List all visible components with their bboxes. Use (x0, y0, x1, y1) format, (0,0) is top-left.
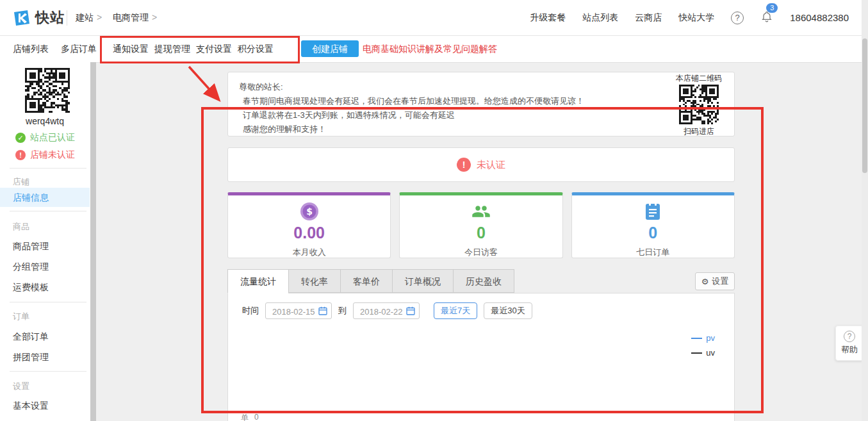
unverified-label: 未认证 (477, 159, 505, 171)
subnav-payment-settings[interactable]: 支付设置 (196, 44, 232, 55)
shop-unverified-status: ! 店铺未认证 (15, 149, 75, 161)
check-circle-icon: ✓ (15, 133, 26, 143)
top-header: 快站 建站> 电商管理> 升级套餐 站点列表 云商店 快站大学 ? 3 1860… (0, 0, 868, 36)
stat-cards: $ 0.00 本月收入 0 今日访客 0 七日订单 (227, 192, 735, 258)
traffic-stats-panel: 时间 到 最近7天 最近 (227, 293, 735, 421)
legend-pv[interactable]: pv (691, 333, 715, 343)
tab-conversion-rate[interactable]: 转化率 (288, 269, 340, 293)
tab-avg-order-value[interactable]: 客单价 (340, 269, 392, 293)
sidebar-scrollbar[interactable] (90, 62, 96, 421)
chevron-right-icon: > (152, 12, 157, 22)
date-from-field[interactable] (265, 302, 332, 319)
gear-icon: ⚙ (701, 277, 709, 286)
last-7-days-button[interactable]: 最近7天 (434, 302, 477, 319)
help-icon[interactable]: ? (731, 12, 744, 24)
exclamation-circle-icon: ! (15, 150, 26, 160)
calendar-icon[interactable] (318, 306, 327, 315)
notice-line: 订单退款将在1-3天内到账，如遇特殊情况，可能会有延迟 (239, 109, 657, 121)
sidebar-item-group-mgmt[interactable]: 分组管理 (0, 257, 90, 276)
sidebar-divider (10, 371, 86, 372)
ecommerce-admin-page: 快站 建站> 电商管理> 升级套餐 站点列表 云商店 快站大学 ? 3 1860… (0, 0, 868, 421)
tab-history-revenue[interactable]: 历史盈收 (453, 269, 514, 293)
svg-text:$: $ (306, 206, 313, 217)
shop-subnav: 店铺列表 多店订单 通知设置 提现管理 支付设置 积分设置 创建店铺 电商基础知… (0, 36, 868, 63)
time-label: 时间 (242, 305, 259, 317)
notice-line: 感谢您的理解和支持！ (239, 123, 657, 135)
tab-order-overview[interactable]: 订单概况 (392, 269, 453, 293)
date-to-field[interactable] (353, 302, 420, 319)
sidebar-divider (10, 211, 86, 211)
date-to-input[interactable] (359, 303, 407, 320)
subnav-points-settings[interactable]: 积分设置 (238, 44, 274, 55)
qr-bottom-label: 扫码进店 (664, 126, 733, 137)
sidebar-item-all-orders[interactable]: 全部订单 (0, 327, 90, 346)
sidebar-item-product-mgmt[interactable]: 商品管理 (0, 236, 90, 256)
sidebar-section-products: 商品 (13, 221, 29, 233)
create-shop-button[interactable]: 创建店铺 (301, 40, 359, 57)
exclamation-circle-icon: ! (457, 158, 471, 172)
notification-badge: 3 (766, 3, 778, 13)
y-axis-tick-zero: 0 (254, 413, 259, 421)
menu-upgrade-plan[interactable]: 升级套餐 (530, 12, 566, 24)
subnav-withdraw-settings[interactable]: 提现管理 (154, 44, 190, 55)
legend-uv[interactable]: uv (691, 348, 715, 358)
annotation-arrow (176, 59, 234, 117)
shop-qr-panel: 本店铺二维码 扫码进店 (664, 73, 733, 135)
notice-line: 尊敬的站长: (239, 81, 657, 93)
date-filter: 时间 到 最近7天 最近 (242, 302, 532, 319)
shop-id-label: werq4wtq (0, 116, 90, 126)
sidebar-item-shipping-template[interactable]: 运费模板 (0, 277, 90, 297)
subnav-shop-list[interactable]: 店铺列表 (13, 44, 49, 55)
ecommerce-faq-link[interactable]: 电商基础知识讲解及常见问题解答 (363, 44, 497, 55)
sidebar-item-basic-settings[interactable]: 基本设置 (0, 396, 90, 415)
subnav-multi-orders[interactable]: 多店订单 (61, 44, 97, 55)
kuaizhan-logo-icon (13, 9, 31, 27)
question-icon: ? (844, 331, 855, 342)
menu-site-list[interactable]: 站点列表 (582, 12, 618, 24)
sidebar-divider (10, 302, 86, 302)
chart-settings-button[interactable]: ⚙ 设置 (695, 272, 735, 290)
week-orders-value: 0 (572, 224, 734, 242)
sidebar-divider (10, 168, 86, 169)
help-label: 帮助 (841, 344, 858, 356)
shop-qr-code (25, 68, 70, 113)
page-scrollbar-thumb[interactable] (862, 38, 867, 173)
header-right-menu: 升级套餐 站点列表 云商店 快站大学 ? 3 18604882380 (530, 0, 849, 35)
page-scrollbar (862, 0, 868, 421)
y-axis-partial: 单 0 (241, 413, 259, 421)
shop-entry-qr-code (679, 85, 719, 124)
verification-status-card: ! 未认证 (227, 147, 735, 182)
sidebar-item-group-buying[interactable]: 拼团管理 (0, 347, 90, 367)
week-orders-label: 七日订单 (572, 247, 734, 258)
menu-cloud-shop[interactable]: 云商店 (635, 12, 662, 24)
tab-traffic-stats[interactable]: 流量统计 (227, 269, 288, 293)
sidebar: werq4wtq ✓ 站点已认证 ! 店铺未认证 店铺 店铺信息 商品 商品管理… (0, 62, 96, 421)
monthly-income-label: 本月收入 (228, 247, 390, 258)
kuaizhan-logo[interactable]: 快站 (13, 8, 65, 28)
to-label: 到 (338, 305, 347, 317)
today-visitors-label: 今日访客 (400, 247, 562, 258)
y-axis-unit: 单 (241, 413, 249, 421)
subnav-notify-settings[interactable]: 通知设置 (113, 44, 149, 55)
site-verified-status: ✓ 站点已认证 (15, 132, 75, 144)
week-orders-card: 0 七日订单 (571, 192, 735, 258)
sidebar-section-orders: 订单 (13, 311, 29, 322)
breadcrumb-ecommerce[interactable]: 电商管理> (113, 12, 157, 24)
today-visitors-value: 0 (400, 224, 562, 242)
calendar-icon[interactable] (406, 306, 415, 315)
last-30-days-button[interactable]: 最近30天 (484, 302, 532, 319)
help-float-button[interactable]: ? 帮助 (835, 326, 864, 361)
holiday-notice-card: 尊敬的站长: 春节期间电商提现处理会有延迟，我们会在春节后加速处理提现。给您造成… (227, 72, 735, 136)
analytics-tabs: 流量统计 转化率 客单价 订单概况 历史盈收 (227, 269, 514, 293)
sidebar-item-shop-info[interactable]: 店铺信息 (0, 188, 90, 207)
pv-line-swatch (691, 338, 702, 339)
account-phone[interactable]: 18604882380 (790, 12, 849, 23)
menu-kuaizhan-university[interactable]: 快站大学 (678, 12, 714, 24)
notification-bell[interactable]: 3 (760, 10, 773, 25)
header-divider (67, 10, 67, 26)
notice-line: 春节期间电商提现处理会有延迟，我们会在春节后加速处理提现。给您造成的不便敬请见谅… (239, 95, 657, 107)
orders-icon (644, 202, 661, 221)
logo-text: 快站 (35, 8, 65, 28)
date-from-input[interactable] (271, 303, 320, 320)
breadcrumb-site-builder[interactable]: 建站> (76, 12, 102, 24)
